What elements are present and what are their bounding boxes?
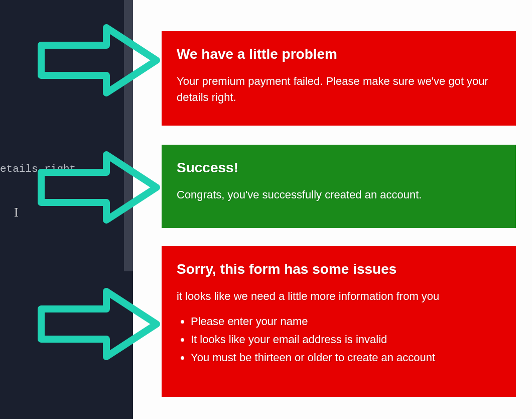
alert-title: We have a little problem <box>177 46 501 62</box>
alert-title: Sorry, this form has some issues <box>177 261 501 277</box>
alert-success-account: Success! Congrats, you've successfully c… <box>162 145 516 228</box>
alert-error-list: Please enter your name It looks like you… <box>177 313 501 366</box>
list-item: You must be thirteen or older to create … <box>191 350 501 366</box>
alert-error-payment: We have a little problem Your premium pa… <box>162 31 516 126</box>
alert-error-form: Sorry, this form has some issues it look… <box>162 246 516 397</box>
alert-body: Congrats, you've successfully created an… <box>177 187 501 203</box>
editor-scrollbar[interactable] <box>124 0 133 271</box>
alert-title: Success! <box>177 160 501 176</box>
alert-body: Your premium payment failed. Please make… <box>177 73 501 106</box>
list-item: It looks like your email address is inva… <box>191 332 501 348</box>
alert-body: it looks like we need a little more info… <box>177 288 501 304</box>
text-cursor-icon: I <box>14 205 19 220</box>
editor-code-line: etails right. <box>0 163 82 175</box>
editor-panel[interactable]: etails right. I <box>0 0 133 419</box>
list-item: Please enter your name <box>191 313 501 330</box>
